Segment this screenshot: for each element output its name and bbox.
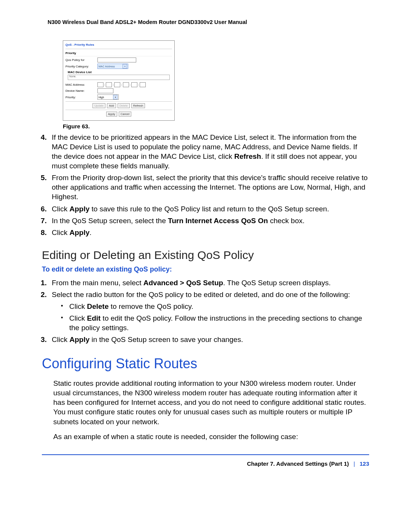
step-6: Click Apply to save this rule to the QoS… — [49, 204, 369, 214]
edit-step-1: From the main menu, select Advanced > Qo… — [49, 278, 369, 288]
mac-byte-input[interactable] — [106, 82, 112, 87]
section-configuring-static-routes: Configuring Static Routes — [42, 356, 369, 372]
edit-step-3: Click Apply in the QoS Setup screen to s… — [49, 335, 369, 344]
footer-page-number: 123 — [360, 460, 369, 467]
qos-policy-for-label: Qos Policy for — [65, 58, 96, 62]
priority-label: Priority: — [65, 96, 96, 99]
instruction-heading: To edit or delete an existing QoS policy… — [42, 265, 369, 273]
qos-screenshot: QoS - Priority Rules Priority Qos Policy… — [63, 40, 175, 121]
page-footer: Chapter 7. Advanced Settings (Part 1) | … — [42, 454, 369, 467]
static-routes-intro: Static routes provide additional routing… — [53, 379, 369, 426]
add-button[interactable]: Add — [107, 103, 116, 108]
step-8: Click Apply. — [49, 228, 369, 237]
mac-byte-input[interactable] — [131, 82, 137, 87]
mac-device-list-header: MAC Device List — [65, 70, 172, 74]
priority-subheader: Priority — [65, 51, 172, 56]
static-routes-example-lead: As an example of when a static route is … — [53, 432, 369, 441]
refresh-button[interactable]: Refresh — [131, 103, 145, 108]
priority-category-value: MAC Address — [99, 65, 115, 68]
update-button[interactable]: Update — [92, 103, 105, 108]
bullet-delete: Click Delete to remove the QoS policy. — [61, 302, 369, 311]
panel-title: QoS - Priority Rules — [65, 43, 172, 49]
mac-byte-input[interactable] — [97, 82, 104, 87]
device-name-input[interactable] — [97, 88, 113, 93]
figure-caption: Figure 63. — [63, 123, 369, 129]
priority-category-select[interactable]: MAC Address ▾ — [97, 64, 128, 69]
document-header: N300 Wireless Dual Band ADSL2+ Modem Rou… — [42, 19, 369, 25]
mac-address-label: MAC Address: — [65, 83, 96, 86]
mac-byte-input[interactable] — [123, 82, 129, 87]
chevron-down-icon: ▾ — [123, 64, 127, 69]
cancel-button[interactable]: Cancel — [119, 112, 131, 117]
section-edit-delete-qos: Editing or Deleting an Existing QoS Poli… — [42, 249, 369, 262]
apply-button[interactable]: Apply — [106, 112, 117, 117]
priority-select[interactable]: High ▾ — [97, 94, 119, 100]
delete-button[interactable]: Delete — [118, 103, 130, 108]
mac-byte-input[interactable] — [114, 82, 120, 87]
mac-address-inputs: : : : : : — [97, 82, 146, 87]
priority-category-label: Priority Category: — [65, 65, 96, 68]
step-4: If the device to be prioritized appears … — [49, 133, 369, 171]
mac-byte-input[interactable] — [140, 82, 146, 87]
edit-step-2: Select the radio button for the QoS poli… — [49, 290, 369, 332]
edit-delete-steps: From the main menu, select Advanced > Qo… — [49, 278, 369, 344]
mac-device-list[interactable]: None. — [68, 75, 170, 80]
priority-value: High — [99, 96, 104, 99]
footer-chapter: Chapter 7. Advanced Settings (Part 1) — [247, 460, 349, 467]
steps-list: If the device to be prioritized appears … — [49, 133, 369, 237]
qos-policy-for-input[interactable] — [97, 58, 136, 62]
device-name-label: Device Name: — [65, 89, 96, 93]
step-5: From the Priority drop-down list, select… — [49, 173, 369, 201]
bullet-edit: Click Edit to edit the QoS policy. Follo… — [61, 313, 369, 332]
chevron-down-icon: ▾ — [113, 95, 118, 99]
step-7: In the QoS Setup screen, select the Turn… — [49, 216, 369, 225]
